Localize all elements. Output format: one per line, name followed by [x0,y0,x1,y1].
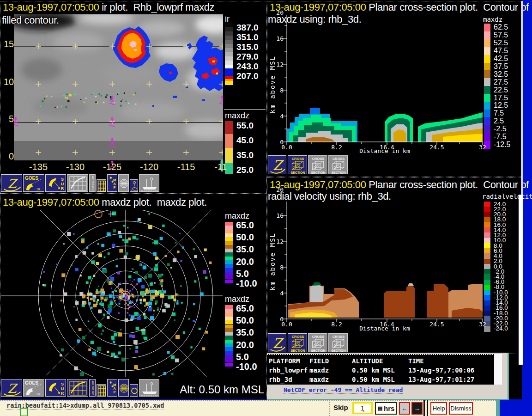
toolbar-button-map[interactable]: ✱✱MAP [107,379,117,397]
colorbar-segment [484,232,490,238]
right-arrow-icon: → [414,405,420,412]
colorbar-segment [484,243,490,249]
toolbar-button-xsec[interactable]: CROSS SECTION [288,155,307,174]
taskbar-divider [329,400,330,416]
toolbar-button-rings[interactable] [118,174,129,192]
weather-display-screen: 13-aug-1997,07:05:00 ir plot. Rhb_lowprf… [0,0,532,416]
xs-top-colorbar-label: maxdz [483,16,502,23]
help-label: Help [433,405,445,412]
colorbar-value: 12.5 [494,101,508,110]
toolbar-button-goes[interactable]: GOES .IR [23,379,44,397]
colorbar-segment [225,148,233,163]
colorbar-segment [484,102,490,110]
ir-panel-title: 13-aug-1997,07:05:00 ir plot. Rhb_lowprf… [3,1,214,13]
skip-value-input[interactable]: 1^ [352,402,373,414]
toolbar-button-ship[interactable] [139,174,159,192]
toolbar-button-map[interactable]: ✱✱MAP [107,174,117,192]
toolbar-button-xsec[interactable]: CROSS SECTION [288,333,307,352]
toolbar-button-zebra[interactable]: Z [1,379,22,397]
svg-text:S: S [61,382,64,386]
colorbar-segment [225,343,233,347]
colorbar-value: 50.0 [236,315,254,326]
dismiss-button[interactable]: Dismiss [449,402,473,415]
toolbar-button-xsec[interactable]: CROSS SECTION [308,333,327,352]
toolbar-button-rings[interactable] [118,379,129,397]
colorbar-segment [225,233,233,237]
toolbar-button-radar-grid[interactable] [67,174,88,192]
toolbar-button-zebra[interactable]: Z [268,333,286,352]
colorbar-segment [225,134,233,148]
colorbar-segment [225,359,233,362]
toolbar-button-xsec[interactable]: CROSS SECTION [328,333,348,352]
colorbar-segment [225,27,233,31]
tick-label: 12 [272,238,284,245]
toolbar-button-radar-grid[interactable] [67,379,88,397]
tick-label: 8.2 [327,321,346,328]
xs-bottom-title-time: 13-aug-1997,07:05:00 [270,179,366,190]
tick-label: 32 [473,144,492,151]
colorbar-segment [225,61,233,65]
tick-label: 12 [272,61,284,68]
hrs-button[interactable]: ▤hrs [375,402,397,415]
step-forward-button[interactable]: → [411,402,423,415]
colorbar-segment [225,264,233,268]
table-row: rhb_3dmaxdz0.50 km MSL13-Aug-97,7:01:27 [269,375,493,384]
colorbar-segment [225,252,233,256]
tick-label: 24.5 [428,321,446,328]
tick-label: -125 [102,162,123,172]
tick-label: -130 [65,162,86,172]
svg-text:SECTION: SECTION [290,171,305,174]
toolbar-button-sur[interactable]: S U R [45,379,66,397]
colorbar-value: 47.5 [494,47,508,55]
colorbar-value: 62.5 [494,23,508,31]
toolbar-button-goes[interactable]: GOES .IR [23,174,44,192]
svg-text:S: S [92,188,94,191]
colorbar-value: -24.0 [494,325,508,332]
colorbar-segment [484,264,490,269]
xs-top-title: 13-aug-1997,07:05:00 Planar cross-sectio… [270,1,529,13]
toolbar-button-bounds[interactable]: BOUNDS [89,379,96,397]
svg-text:SECTION: SECTION [290,349,305,352]
toolbar-button-zebra[interactable]: Z [1,174,22,192]
status-scrollbar[interactable] [494,354,502,385]
terminal-prompt: rain:beaufait:14>xdump.all 970813.0705.x… [6,402,164,410]
tick-label: 10 [4,77,14,87]
toolbar-button-bounds[interactable]: BOUNDS [89,174,96,192]
table-row: rhb_lowprfmaxdz0.50 km MSL13-Aug-97,7:00… [269,366,493,375]
svg-text:S: S [92,393,94,396]
colorbar-value: 65.0 [236,303,254,314]
colorbar-value: 2.5 [494,117,504,125]
tick-label: 16.4 [378,321,396,328]
svg-text:.IR: .IR [36,187,40,191]
toolbar-button-xsec[interactable]: CROSS SECTION [308,155,327,174]
colorbar-value: 20.0 [236,257,254,267]
toolbar-button-sur[interactable]: S U R [45,174,66,192]
svg-text:CROSS: CROSS [312,335,325,339]
colorbar-segment [225,336,233,339]
skip-label: Skip [333,404,348,411]
right-scroll-strip[interactable] [519,195,523,365]
toolbar-button-circle[interactable] [130,384,138,397]
colorbar-segment [484,117,490,126]
zebra-logo-icon: Z [7,381,18,396]
colorbar-segment [225,275,233,279]
toolbar-button-zebra[interactable]: Z [268,155,286,174]
xs-bottom-title-line2: radial velocity using: rhb_3d. [268,190,391,202]
toolbar-button-grid[interactable] [97,384,106,397]
colorbar-segment [484,24,490,32]
tick-label: 20 [272,9,284,16]
colorbar-segment [225,226,233,229]
toolbar-button-grid[interactable] [97,179,106,192]
colorbar-segment [225,65,233,68]
tick-label: 24.5 [428,144,446,151]
step-back-button[interactable]: ← [399,402,410,415]
colorbar-value: 7.5 [494,109,504,117]
help-button[interactable]: Help [430,402,447,415]
svg-text:SECTION: SECTION [331,171,345,174]
taskbar-right-edge [496,400,500,416]
colorbar-segment [484,238,490,244]
toolbar-button-buoy[interactable] [130,179,138,192]
toolbar-button-ship[interactable] [139,379,159,397]
toolbar-button-xsec[interactable]: CROSS SECTION [328,155,348,174]
colorbar-segment [484,63,490,71]
